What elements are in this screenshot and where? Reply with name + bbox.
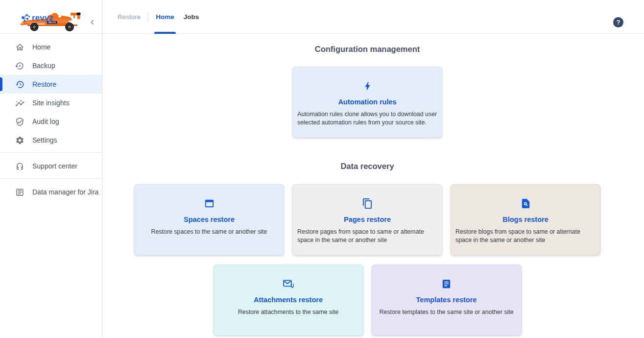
sidebar-item-label: Home (32, 43, 50, 51)
backup-restore-icon (14, 60, 25, 72)
shield-check-icon (14, 116, 25, 127)
document-lines-icon (14, 186, 25, 198)
sidebar-divider (0, 178, 102, 179)
sidebar-item-label: Support center (32, 162, 77, 170)
card-title: Spaces restore (184, 216, 235, 223)
sidebar-item-label: Backup (32, 62, 55, 70)
card-title: Attachments restore (254, 296, 323, 304)
history-icon (14, 78, 25, 90)
card-description: Restore templates to the same site or an… (379, 308, 513, 316)
card-title: Automation rules (338, 98, 396, 106)
tab-home[interactable]: Home (155, 0, 175, 33)
main-content: Configuration managementAutomation rules… (102, 34, 644, 338)
automation-rules-card[interactable]: Automation rulesAutomation rules clone a… (292, 67, 442, 138)
sidebar-item-label: Audit log (32, 118, 59, 125)
sidebar-item-support-center[interactable]: Support center (0, 157, 102, 175)
card-title: Pages restore (344, 216, 391, 223)
blogs-restore-card[interactable]: Blogs restoreRestore blogs from space to… (451, 184, 600, 255)
card-description: Restore pages from space to same or alte… (297, 228, 437, 244)
card-description: Automation rules clone allows you to dow… (297, 110, 437, 126)
sidebar-item-label: Data manager for Jira (32, 188, 98, 196)
sidebar-header: REVYZ (0, 0, 102, 34)
breadcrumb[interactable]: Restore (118, 13, 141, 21)
pages-restore-card[interactable]: Pages restoreRestore pages from space to… (292, 184, 442, 255)
card-row: Automation rulesAutomation rules clone a… (292, 67, 442, 138)
brand-row: revyz (20, 13, 53, 23)
card-title: Templates restore (416, 296, 477, 304)
sidebar-item-label: Site insights (32, 99, 69, 107)
sidebar-item-site-insights[interactable]: Site insights (0, 94, 102, 112)
sidebar-item-audit-log[interactable]: Audit log (0, 112, 102, 131)
card-description: Restore attachments to the same site (238, 308, 338, 316)
card-description: Restore blogs from space to same or alte… (455, 228, 596, 244)
sidebar-item-backup[interactable]: Backup (0, 56, 102, 75)
brand-name: revyz (32, 13, 53, 23)
section-title-data-recovery: Data recovery (340, 162, 394, 171)
file-search-icon (520, 198, 531, 210)
sidebar-item-restore[interactable]: Restore (0, 75, 102, 94)
app-window: REVYZ (0, 0, 644, 338)
bolt-icon (362, 80, 373, 92)
browser-window-icon (204, 198, 215, 210)
template-document-icon (441, 278, 452, 290)
copy-pages-icon (362, 198, 373, 210)
insights-icon (14, 97, 25, 109)
templates-restore-card[interactable]: Templates restoreRestore templates to th… (372, 265, 522, 336)
tab-bar: HomeJobs (155, 0, 208, 33)
section-data-recovery: Data recoverySpaces restoreRestore space… (102, 162, 632, 336)
headset-icon (14, 160, 25, 172)
sidebar-nav: HomeBackupRestoreSite insightsAudit logS… (0, 34, 102, 201)
card-row: Spaces restoreRestore spaces to the same… (134, 184, 600, 255)
card-description: Restore spaces to the same or another si… (151, 228, 267, 236)
sidebar-divider (0, 152, 102, 153)
sidebar-item-settings[interactable]: Settings (0, 131, 102, 149)
question-mark-icon: ? (617, 19, 620, 26)
chevron-left-icon (89, 19, 95, 25)
tab-jobs[interactable]: Jobs (183, 0, 200, 33)
card-row: Attachments restoreRestore attachments t… (214, 265, 522, 336)
sidebar: REVYZ (0, 0, 102, 338)
help-button[interactable]: ? (613, 17, 623, 27)
section-configuration-management: Configuration managementAutomation rules… (102, 45, 632, 138)
gear-icon (14, 134, 25, 146)
sidebar-item-home[interactable]: Home (0, 38, 102, 56)
card-title: Blogs restore (502, 216, 548, 223)
sidebar-item-label: Settings (32, 136, 57, 144)
section-title-configuration-management: Configuration management (315, 45, 420, 54)
home-icon (14, 41, 25, 53)
sidebar-collapse-button[interactable] (88, 18, 96, 26)
brand-logo: REVYZ (20, 9, 88, 33)
spaces-restore-card[interactable]: Spaces restoreRestore spaces to the same… (134, 184, 284, 255)
sidebar-item-data-manager-jira[interactable]: Data manager for Jira (0, 183, 102, 201)
attachments-restore-card[interactable]: Attachments restoreRestore attachments t… (214, 265, 363, 336)
molecule-icon (20, 13, 30, 23)
topbar: Restore HomeJobs ? (102, 0, 644, 34)
breadcrumb-divider (148, 12, 148, 22)
mail-attachment-icon (283, 278, 294, 290)
sidebar-item-label: Restore (32, 80, 56, 88)
